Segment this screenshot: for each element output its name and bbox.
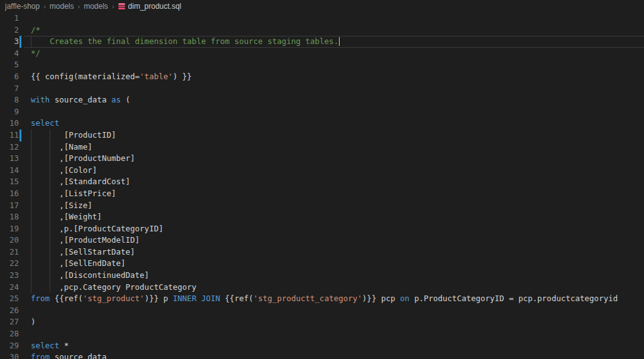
code-text: ,[SellEndDate] <box>31 258 644 270</box>
code-line[interactable]: 4*/ <box>0 48 644 60</box>
code-text: ,[Color] <box>31 165 644 177</box>
code-text: ,p.[ProductCategoryID] <box>31 223 644 235</box>
line-number[interactable]: 2 <box>0 25 19 36</box>
breadcrumb-item-models-2[interactable]: models <box>84 2 108 11</box>
line-number[interactable]: 16 <box>0 188 19 200</box>
line-number[interactable]: 3 <box>0 36 19 48</box>
line-number[interactable]: 30 <box>0 351 19 359</box>
line-number[interactable]: 11 <box>0 130 19 141</box>
code-token: ,[ProductModelID] <box>31 235 140 245</box>
line-number[interactable]: 4 <box>0 48 19 60</box>
code-token: ,p.[ProductCategoryID] <box>31 224 164 233</box>
line-number[interactable]: 14 <box>0 165 19 177</box>
code-token: 'stg_product' <box>83 294 145 303</box>
line-number[interactable]: 26 <box>0 305 19 317</box>
code-line[interactable]: 16 ,[ListPrice] <box>0 188 644 200</box>
code-text: ,[ProductModelID] <box>31 235 644 246</box>
line-number[interactable]: 27 <box>0 316 19 328</box>
line-number[interactable]: 8 <box>0 94 19 106</box>
code-token: ,[ListPrice] <box>31 189 116 198</box>
line-number[interactable]: 23 <box>0 270 19 282</box>
line-number[interactable]: 18 <box>0 211 19 223</box>
code-text: ,[Size] <box>31 200 644 212</box>
code-line[interactable]: 25from {{ref('stg_product')}} p INNER JO… <box>0 293 644 305</box>
code-line[interactable]: 22 ,[SellEndDate] <box>0 258 644 270</box>
code-token: Creates the final dimension table from s… <box>31 36 338 46</box>
chevron-right-icon: › <box>112 3 114 10</box>
code-line[interactable]: 9 <box>0 106 644 118</box>
breadcrumb-item-models-1[interactable]: models <box>50 2 74 11</box>
code-token: ,[StandardCost] <box>31 177 130 186</box>
line-number[interactable]: 17 <box>0 200 19 212</box>
code-token: {{ref( <box>50 294 83 303</box>
code-line[interactable]: 18 ,[Weight] <box>0 211 644 223</box>
code-line[interactable]: 28 <box>0 328 644 340</box>
code-token: ,[Color] <box>31 165 97 175</box>
line-number[interactable]: 1 <box>0 13 19 25</box>
code-line[interactable]: 19 ,p.[ProductCategoryID] <box>0 223 644 235</box>
code-text: select * <box>31 340 644 352</box>
breadcrumb-item-file[interactable]: dim_product.sql <box>128 2 182 11</box>
breadcrumb-item-project[interactable]: jaffle-shop <box>5 2 40 11</box>
code-token: ,[SellEndDate] <box>31 258 126 268</box>
line-number[interactable]: 15 <box>0 176 19 188</box>
code-token: 'table' <box>140 72 173 81</box>
code-line[interactable]: 6{{ config(materialized='table') }} <box>0 71 644 83</box>
code-line[interactable]: 5 <box>0 59 644 71</box>
code-text: ,[DiscontinuedDate] <box>31 270 644 282</box>
line-number[interactable]: 28 <box>0 328 19 340</box>
code-line[interactable]: 24 ,pcp.Category ProductCategory <box>0 282 644 294</box>
code-line[interactable]: 23 ,[DiscontinuedDate] <box>0 270 644 282</box>
line-number[interactable]: 7 <box>0 83 19 95</box>
code-text: ,[ProductNumber] <box>31 153 644 165</box>
code-token: /* <box>31 25 40 35</box>
code-line[interactable]: 10select <box>0 118 644 130</box>
line-number[interactable]: 6 <box>0 71 19 83</box>
code-token: ,[ProductNumber] <box>31 153 135 163</box>
code-token: ,[Size] <box>31 201 92 210</box>
code-token: )}} p <box>145 294 173 303</box>
code-text: Creates the final dimension table from s… <box>31 36 644 48</box>
code-line[interactable]: 13 ,[ProductNumber] <box>0 153 644 165</box>
line-number[interactable]: 22 <box>0 258 19 270</box>
line-number[interactable]: 13 <box>0 153 19 165</box>
line-number[interactable]: 24 <box>0 282 19 294</box>
editor[interactable]: 12/*3 Creates the final dimension table … <box>0 13 644 359</box>
code-token: */ <box>31 48 40 58</box>
code-token: p.ProductCategoryID = pcp.productcategor… <box>409 294 618 303</box>
line-number[interactable]: 5 <box>0 59 19 71</box>
code-token: 'stg_productt_category' <box>253 294 362 303</box>
code-token: select <box>31 118 59 128</box>
line-number[interactable]: 29 <box>0 340 19 352</box>
code-line[interactable]: 1 <box>0 13 644 25</box>
line-number[interactable]: 10 <box>0 118 19 130</box>
code-line[interactable]: 29select * <box>0 340 644 352</box>
line-number[interactable]: 12 <box>0 141 19 153</box>
code-text: ,[StandardCost] <box>31 176 644 188</box>
code-text: {{ config(materialized='table') }} <box>31 71 644 83</box>
line-number[interactable]: 21 <box>0 246 19 258</box>
database-icon <box>118 3 125 10</box>
code-line[interactable]: 17 ,[Size] <box>0 200 644 212</box>
line-number[interactable]: 25 <box>0 293 19 305</box>
line-number[interactable]: 20 <box>0 235 19 246</box>
code-line[interactable]: 15 ,[StandardCost] <box>0 176 644 188</box>
code-line[interactable]: 3 Creates the final dimension table from… <box>0 36 644 48</box>
code-line[interactable]: 21 ,[SellStartDate] <box>0 246 644 258</box>
code-token: source_data <box>50 95 111 104</box>
code-text: /* <box>31 25 644 36</box>
line-number[interactable]: 19 <box>0 223 19 235</box>
code-line[interactable]: 2/* <box>0 25 644 36</box>
code-line[interactable]: 27) <box>0 316 644 328</box>
code-line[interactable]: 20 ,[ProductModelID] <box>0 235 644 246</box>
line-number[interactable]: 9 <box>0 106 19 118</box>
code-line[interactable]: 14 ,[Color] <box>0 165 644 177</box>
code-token: INNER JOIN <box>173 294 220 303</box>
code-line[interactable]: 30from source_data <box>0 351 644 359</box>
code-line[interactable]: 7 <box>0 83 644 95</box>
code-line[interactable]: 12 ,[Name] <box>0 141 644 153</box>
code-token: ,[Weight] <box>31 212 102 221</box>
code-line[interactable]: 8with source_data as ( <box>0 94 644 106</box>
code-line[interactable]: 26 <box>0 305 644 317</box>
code-line[interactable]: 11 [ProductID] <box>0 130 644 141</box>
